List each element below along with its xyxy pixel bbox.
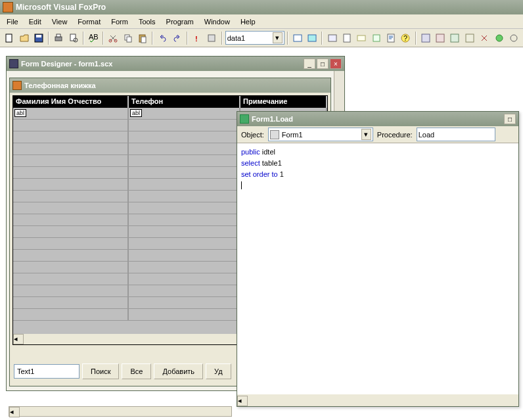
svg-rect-25 [422, 34, 430, 42]
maximize-button[interactable]: □ [317, 58, 329, 69]
svg-rect-15 [208, 35, 215, 41]
print-button[interactable] [52, 31, 65, 45]
redo-button[interactable] [171, 31, 184, 45]
delete-button[interactable]: Уд [206, 363, 231, 379]
grid-col-phone[interactable]: Телефон [129, 96, 240, 108]
code-toolbar: Object: ▾ Procedure: [237, 126, 518, 143]
svg-rect-2 [36, 35, 41, 37]
tb-btn-e[interactable] [478, 31, 491, 45]
procedure-combo-input[interactable] [419, 131, 493, 139]
form-designer-icon [9, 59, 18, 68]
menu-help[interactable]: Help [235, 16, 261, 27]
svg-rect-26 [436, 34, 444, 42]
menu-file[interactable]: File [1, 16, 24, 27]
grid-header: Фамилия Имя Отчество Телефон Примечание [13, 96, 327, 108]
svg-rect-19 [344, 34, 350, 42]
form-icon [270, 130, 279, 139]
code-window-icon [240, 114, 249, 124]
text-cursor-icon [241, 181, 242, 189]
code-window: Form1.Load □ Object: ▾ Procedure: public… [237, 111, 519, 407]
menu-edit[interactable]: Edit [24, 16, 47, 27]
code-horizontal-scrollbar[interactable]: ◂ [237, 396, 518, 406]
code-window-titlebar[interactable]: Form1.Load □ [237, 112, 518, 126]
help-button[interactable]: ? [399, 31, 412, 45]
command-window-button[interactable] [291, 31, 304, 45]
database-combo[interactable]: ▾ [225, 31, 284, 45]
chevron-down-icon[interactable]: ▾ [361, 129, 371, 140]
field-marker[interactable]: abl [130, 109, 142, 117]
menu-program[interactable]: Program [161, 16, 199, 27]
object-label: Object: [241, 131, 264, 139]
field-marker[interactable]: abl [14, 109, 26, 117]
print-preview-button[interactable] [66, 31, 80, 45]
scroll-left-icon[interactable]: ◂ [237, 396, 248, 406]
svg-rect-5 [70, 34, 76, 41]
background-scrollbar[interactable]: ◂ [9, 406, 232, 417]
undo-button[interactable] [156, 31, 169, 45]
class-button[interactable] [369, 31, 382, 45]
svg-rect-16 [294, 35, 302, 41]
foxpro-icon [12, 81, 22, 90]
inner-form-titlebar[interactable]: Телефонная книжка [10, 78, 330, 93]
chevron-down-icon[interactable]: ▾ [273, 32, 283, 43]
spell-button[interactable]: ABC [87, 31, 100, 45]
code-window-title: Form1.Load [252, 115, 501, 123]
svg-rect-21 [373, 35, 380, 41]
menubar: File Edit View Format Form Tools Program… [0, 14, 523, 29]
run-button[interactable]: ! [191, 31, 204, 45]
foxpro-icon [3, 2, 13, 12]
menu-form[interactable]: Form [106, 16, 133, 27]
add-button[interactable]: Добавить [154, 363, 203, 379]
program-button[interactable] [384, 31, 398, 45]
text1-input[interactable] [14, 364, 80, 379]
app-titlebar: Microsoft Visual FoxPro [0, 0, 523, 14]
bottom-controls: Поиск Все Добавить Уд [14, 363, 231, 379]
object-combo[interactable]: ▾ [268, 128, 373, 141]
maximize-button[interactable]: □ [504, 114, 516, 124]
modify-button[interactable] [205, 31, 218, 45]
cut-button[interactable] [106, 31, 120, 45]
svg-rect-11 [127, 37, 131, 42]
paste-button[interactable] [136, 31, 149, 45]
open-button[interactable] [17, 31, 30, 45]
menu-format[interactable]: Format [72, 16, 106, 27]
grid-col-fio[interactable]: Фамилия Имя Отчество [13, 96, 129, 108]
all-button[interactable]: Все [122, 363, 151, 379]
menu-view[interactable]: View [47, 16, 73, 27]
form-designer-titlebar[interactable]: Form Designer - form1.scx _ □ × [7, 57, 344, 71]
scroll-left-icon[interactable]: ◂ [9, 407, 20, 417]
report-button[interactable] [340, 31, 353, 45]
svg-point-30 [511, 35, 517, 41]
code-editor[interactable]: public idtel select table1 set order to … [237, 143, 518, 394]
minimize-button[interactable]: _ [304, 58, 315, 69]
grid-col-note[interactable]: Примечание [240, 96, 327, 108]
svg-rect-13 [141, 37, 146, 43]
new-button[interactable] [3, 31, 16, 45]
svg-rect-18 [329, 35, 336, 41]
tb-btn-g[interactable] [507, 31, 520, 45]
app-title: Microsoft Visual FoxPro [16, 3, 106, 12]
search-button[interactable]: Поиск [82, 363, 119, 379]
tb-btn-d[interactable] [463, 31, 476, 45]
tb-btn-f[interactable] [492, 31, 505, 45]
toolbar: ABC ! ▾ ? [0, 29, 523, 47]
close-button[interactable]: × [330, 58, 342, 69]
scroll-left-icon[interactable]: ◂ [13, 334, 24, 344]
tb-btn-a[interactable] [419, 31, 432, 45]
procedure-combo[interactable] [417, 128, 495, 141]
menu-tools[interactable]: Tools [133, 16, 161, 27]
mdi-client: Form Designer - form1.scx _ □ × Телефонн… [0, 47, 523, 420]
save-button[interactable] [32, 31, 45, 45]
database-combo-input[interactable] [227, 34, 273, 42]
menu-window[interactable]: Window [199, 16, 235, 27]
form-button[interactable] [325, 31, 338, 45]
inner-form-title: Телефонная книжка [24, 82, 96, 89]
object-combo-input[interactable] [282, 131, 361, 139]
label-button[interactable] [355, 31, 368, 45]
tb-btn-c[interactable] [448, 31, 461, 45]
copy-button[interactable] [122, 31, 135, 45]
svg-rect-3 [55, 37, 62, 41]
svg-rect-0 [6, 34, 12, 42]
tb-btn-b[interactable] [434, 31, 447, 45]
data-session-button[interactable] [306, 31, 319, 45]
